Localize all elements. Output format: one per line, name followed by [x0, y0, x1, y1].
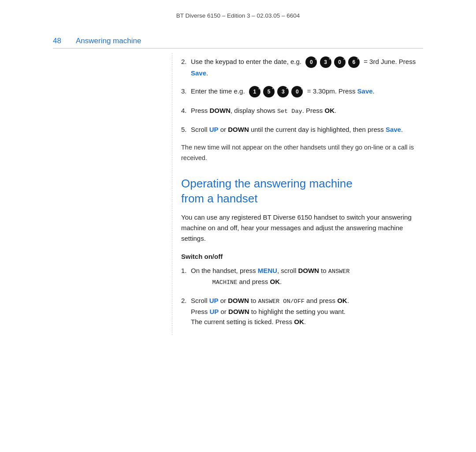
key-0c: 0●: [291, 86, 303, 97]
down-label-5: DOWN: [228, 126, 249, 133]
key-3b: 3✦: [277, 86, 289, 97]
switch-step-2: 2. Scroll UP or DOWN to ANSWER ON/OFF an…: [181, 295, 423, 327]
step-2: 2. Use the keypad to enter the date, e.g…: [181, 56, 423, 78]
down-label-s2: DOWN: [228, 297, 249, 304]
save-label-2: Save: [191, 69, 206, 77]
section-header: 48 Answering machine: [53, 37, 423, 49]
save-label-3: Save: [357, 87, 373, 95]
down-label-s2b: DOWN: [228, 308, 249, 315]
up-label-s2b: UP: [210, 308, 219, 315]
right-column: 2. Use the keypad to enter the date, e.g…: [172, 53, 423, 335]
operating-heading: Operating the answering machine from a h…: [181, 176, 423, 206]
ok-label-s2a: OK: [337, 297, 347, 304]
page-header: BT Diverse 6150 – Edition 3 – 02.03.05 –…: [0, 0, 476, 23]
note-text: The new time will not appear on the othe…: [181, 142, 423, 163]
step-body-4: Press DOWN, display shows Set Day. Press…: [191, 105, 423, 116]
step-body-2: Use the keypad to enter the date, e.g. 0…: [191, 56, 423, 78]
down-label-s1: DOWN: [298, 267, 319, 274]
key-3: 3✦: [320, 56, 331, 68]
switch-step-num-2: 2.: [181, 295, 191, 306]
step-num-2: 2.: [181, 56, 191, 67]
key-1: 1●: [249, 86, 260, 97]
key-6: 6✦: [348, 56, 360, 68]
menu-label: MENU: [258, 267, 277, 274]
key-0a: 0●: [305, 56, 317, 68]
step-body-3: Enter the time e.g. 1● 5✦ 3✦ 0● = 3.30pm…: [191, 86, 423, 97]
ok-label-4: OK: [324, 107, 335, 114]
key-0b: 0●: [334, 56, 346, 68]
save-label-5: Save: [386, 126, 401, 133]
step-4: 4. Press DOWN, display shows Set Day. Pr…: [181, 105, 423, 116]
step-5: 5. Scroll UP or DOWN until the current d…: [181, 124, 423, 134]
switch-subheading: Switch on/off: [181, 253, 423, 260]
switch-step-body-2: Scroll UP or DOWN to ANSWER ON/OFF and p…: [191, 295, 423, 327]
answer-onoff-mono: ANSWER ON/OFF: [258, 298, 305, 305]
header-title: BT Diverse 6150 – Edition 3 – 02.03.05 –…: [176, 12, 300, 19]
operating-intro: You can use any registered BT Diverse 61…: [181, 212, 423, 244]
step-num-4: 4.: [181, 105, 191, 116]
up-label-s2: UP: [209, 297, 219, 304]
up-label-5: UP: [209, 126, 219, 133]
step-body-5: Scroll UP or DOWN until the current day …: [191, 124, 423, 134]
key-5: 5✦: [263, 86, 275, 97]
down-label-4: DOWN: [210, 107, 231, 114]
section-title: Answering machine: [76, 37, 141, 45]
step-num-5: 5.: [181, 124, 191, 134]
switch-step-1: 1. On the handset, press MENU, scroll DO…: [181, 265, 423, 288]
step-3: 3. Enter the time e.g. 1● 5✦ 3✦ 0● = 3.3…: [181, 86, 423, 97]
set-day-mono: Set Day: [277, 108, 302, 115]
ok-label-s2b: OK: [294, 318, 304, 325]
switch-step-body-1: On the handset, press MENU, scroll DOWN …: [191, 265, 423, 288]
switch-step-num-1: 1.: [181, 265, 191, 276]
left-column: [53, 53, 167, 335]
ok-label-s1: OK: [270, 278, 280, 285]
step-num-3: 3.: [181, 86, 191, 96]
section-number: 48: [53, 37, 67, 45]
